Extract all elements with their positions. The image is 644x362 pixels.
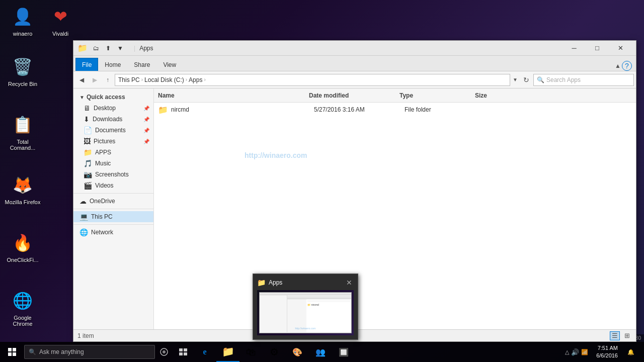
sidebar-item-videos[interactable]: 🎬 Videos — [73, 180, 153, 191]
svg-rect-7 — [184, 348, 187, 351]
tab-share[interactable]: Share — [127, 58, 156, 71]
documents-nav-icon: 📄 — [84, 126, 92, 134]
taskbar-app-file-explorer[interactable]: 📁 — [216, 342, 239, 362]
view-details-btn[interactable]: ☰ — [610, 331, 620, 340]
taskbar-preview: 📁 Apps ✕ — [253, 274, 358, 340]
refresh-button[interactable]: ↻ — [520, 74, 532, 86]
desktop-icon-winaero[interactable]: 👤 winaero — [3, 3, 43, 39]
taskbar-app-misc2[interactable]: 👥 — [309, 342, 332, 362]
taskbar-app-misc1[interactable]: 🎨 — [286, 342, 309, 362]
this-pc-nav-icon: 💻 — [79, 213, 88, 221]
sidebar-item-pictures[interactable]: 🖼 Pictures 📌 — [73, 136, 153, 147]
search-icon: 🔍 — [537, 76, 544, 83]
sidebar-item-apps[interactable]: 📁 APPS — [73, 147, 153, 158]
close-button[interactable]: ✕ — [609, 41, 632, 56]
network-nav-label: Network — [91, 229, 113, 236]
sidebar-item-desktop[interactable]: 🖥 Desktop 📌 — [73, 103, 153, 114]
breadcrumb-apps[interactable]: Apps › — [189, 76, 207, 83]
up-button[interactable]: ↑ — [102, 74, 114, 86]
ribbon-collapse-icon[interactable]: ▲ — [615, 62, 621, 69]
desktop-pin-icon: 📌 — [143, 106, 149, 111]
breadcrumb-this-pc[interactable]: This PC › — [118, 76, 144, 83]
desktop-icon-recycle-bin[interactable]: 🗑️ Recycle Bin — [3, 53, 43, 89]
sidebar: ▼ Quick access 🖥 Desktop 📌 ⬇ Downloads 📌… — [73, 88, 154, 329]
item-count: 1 item — [77, 332, 94, 339]
view-large-icons-btn[interactable]: ⊞ — [622, 331, 632, 340]
nav-separator-1 — [73, 193, 153, 194]
forward-button[interactable]: ▶ — [89, 74, 101, 86]
cortana-button[interactable] — [155, 342, 173, 362]
nav-separator-2 — [73, 209, 153, 209]
tray-network-icon[interactable]: 📶 — [581, 349, 588, 355]
recycle-bin-icon: 🗑️ — [11, 55, 35, 79]
taskbar-app-settings[interactable]: ⚙ — [263, 342, 286, 362]
notification-button[interactable]: 🔔 — [622, 342, 640, 362]
tab-home[interactable]: Home — [98, 58, 127, 71]
col-header-name[interactable]: Name — [158, 92, 309, 99]
tray-volume-icon[interactable]: 🔊 — [571, 348, 579, 356]
quick-access-expand-icon: ▼ — [79, 95, 85, 100]
sidebar-item-music[interactable]: 🎵 Music — [73, 158, 153, 169]
pictures-pin-icon: 📌 — [143, 139, 149, 144]
taskbar-app-store[interactable]: 🛍 — [239, 342, 263, 362]
quick-access-folder-btn[interactable]: 🗂 — [91, 43, 102, 54]
sidebar-item-network[interactable]: 🌐 Network — [73, 227, 153, 238]
preview-close-btn[interactable]: ✕ — [345, 278, 354, 287]
svg-rect-1 — [13, 348, 16, 351]
documents-nav-label: Documents — [95, 127, 126, 134]
maximize-button[interactable]: □ — [586, 41, 609, 56]
search-box[interactable]: 🔍 Search Apps — [533, 74, 634, 86]
svg-rect-2 — [8, 352, 12, 356]
col-header-date[interactable]: Date modified — [309, 92, 399, 99]
taskbar-apps: e 📁 🛍 ⚙ 🎨 👥 🔲 — [193, 342, 355, 362]
screenshots-nav-label: Screenshots — [95, 171, 129, 178]
winaero-icon: 👤 — [11, 5, 35, 29]
downloads-pin-icon: 📌 — [143, 117, 149, 122]
tab-view[interactable]: View — [156, 58, 183, 71]
start-button[interactable] — [0, 342, 24, 362]
tray-icons: △ 🔊 📶 — [565, 348, 588, 356]
quick-access-up-btn[interactable]: ⬆ — [103, 43, 114, 54]
file-date: 5/27/2016 3:16 AM — [314, 106, 405, 113]
sidebar-item-downloads[interactable]: ⬇ Downloads 📌 — [73, 114, 153, 125]
col-header-type[interactable]: Type — [399, 92, 475, 99]
sidebar-item-onedrive[interactable]: ☁ OneDrive — [73, 196, 153, 207]
taskbar-app-edge[interactable]: e — [193, 342, 216, 362]
taskbar-search[interactable]: 🔍 Ask me anything — [24, 345, 155, 359]
desktop: 👤 winaero ❤ Vivaldi 🗑️ Recycle Bin 📋 Tot… — [0, 0, 644, 362]
recycle-bin-label: Recycle Bin — [8, 81, 37, 87]
address-path[interactable]: This PC › Local Disk (C:) › Apps › — [115, 74, 510, 86]
table-row[interactable]: 📁 nircmd 5/27/2016 3:16 AM File folder — [154, 103, 636, 117]
sidebar-item-screenshots[interactable]: 📷 Screenshots — [73, 169, 153, 180]
desktop-icon-total-commander[interactable]: 📋 Total Comand... — [3, 111, 43, 153]
desktop-icon-vivaldi[interactable]: ❤ Vivaldi — [40, 3, 80, 39]
address-bar: ◀ ▶ ↑ This PC › Local Disk (C:) › Apps ›… — [73, 71, 636, 88]
tray-chevron-icon[interactable]: △ — [565, 349, 569, 355]
ribbon-help-icon[interactable]: ? — [622, 61, 632, 71]
sidebar-item-documents[interactable]: 📄 Documents 📌 — [73, 125, 153, 136]
task-view-button[interactable] — [173, 342, 193, 362]
vivaldi-label: Vivaldi — [52, 31, 68, 37]
desktop-icon-google-chrome[interactable]: 🌐 Google Chrome — [3, 287, 43, 329]
taskbar-date: 6/6/2016 — [596, 352, 618, 359]
music-nav-label: Music — [95, 160, 111, 167]
videos-nav-label: Videos — [95, 182, 113, 189]
desktop-icon-mozilla-firefox[interactable]: 🦊 Mozilla Firefox — [3, 171, 43, 207]
back-button[interactable]: ◀ — [75, 74, 88, 86]
taskbar-app-misc3[interactable]: 🔲 — [332, 342, 355, 362]
sidebar-item-this-pc[interactable]: 💻 This PC — [73, 211, 153, 222]
desktop-icon-oneclickfire[interactable]: 🔥 OneClickFi... — [3, 229, 43, 265]
downloads-nav-icon: ⬇ — [84, 115, 90, 123]
address-dropdown[interactable]: ▼ — [511, 74, 519, 86]
tab-file[interactable]: File — [75, 58, 98, 71]
col-header-size[interactable]: Size — [475, 92, 632, 99]
watermark: http://winaero.com — [245, 151, 307, 159]
minimize-button[interactable]: ─ — [562, 41, 586, 56]
preview-mini-window: 📁nircmd http://winaero.com — [259, 292, 352, 333]
window-title: Apps — [139, 45, 562, 52]
quick-access-header[interactable]: ▼ Quick access — [73, 90, 153, 103]
taskbar-clock[interactable]: 7:51 AM 6/6/2016 — [592, 344, 622, 360]
breadcrumb-local-disk[interactable]: Local Disk (C:) › — [144, 76, 189, 83]
svg-rect-3 — [13, 352, 16, 356]
quick-access-more-btn[interactable]: ▼ — [115, 43, 126, 54]
